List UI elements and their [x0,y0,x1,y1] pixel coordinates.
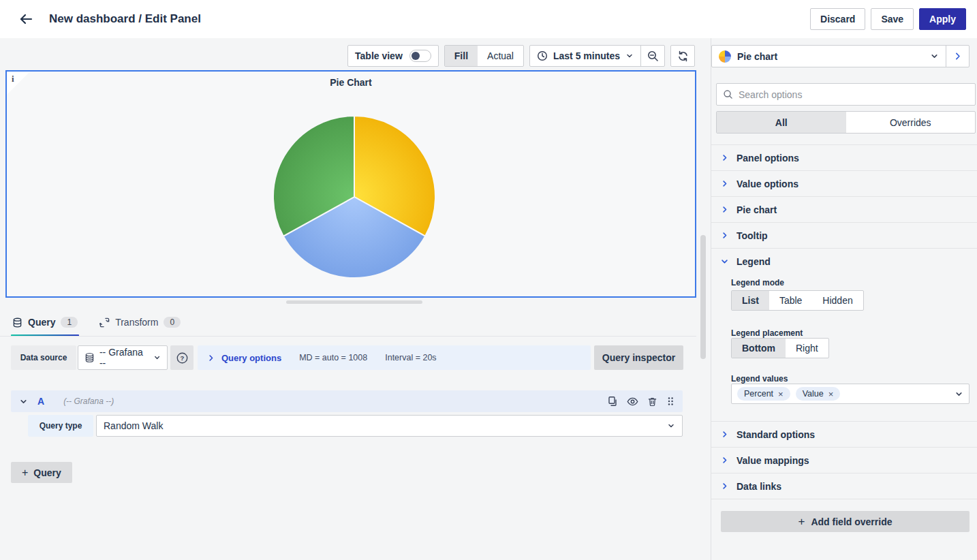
query-count-badge: 1 [61,317,78,328]
zoom-out-button[interactable] [641,46,664,66]
svg-text:?: ? [180,354,184,361]
datasource-select[interactable]: -- Grafana -- [78,345,168,370]
max-datapoints-value: MD = auto = 1008 [299,353,367,362]
duplicate-query-button[interactable] [607,396,618,407]
visualization-picker: Pie chart [711,45,970,67]
legend-mode-list[interactable]: List [732,291,769,310]
datasource-help-button[interactable]: ? [170,345,193,370]
query-ref-id[interactable]: A [37,396,44,407]
chevron-down-icon [19,397,28,406]
section-pie-chart[interactable]: Pie chart [711,196,977,222]
interval-value: Interval = 20s [385,353,436,362]
tab-transform-label: Transform [115,317,158,328]
chevron-right-icon [207,354,215,362]
table-view-label: Table view [355,50,403,61]
chevron-down-icon [721,258,728,265]
edited-panel[interactable]: i Pie Chart [5,70,696,298]
time-range-picker[interactable]: Last 5 minutes [530,50,640,61]
query-options-strip: Query options MD = auto = 1008 Interval … [198,345,591,370]
plus-icon: + [798,515,805,529]
remove-value-icon[interactable]: × [828,390,834,399]
legend-mode-segmented: List Table Hidden [731,290,864,311]
transform-icon [99,317,110,328]
section-value-options[interactable]: Value options [711,170,977,196]
chevron-right-icon [721,431,728,438]
section-legend[interactable]: Legend [711,248,977,274]
grafana-edit-panel: New dashboard / Edit Panel Discard Save … [0,0,977,560]
plus-icon: + [22,467,28,479]
tab-query-label: Query [28,317,55,328]
query-type-row: Query type Random Walk [28,415,683,437]
trash-icon [647,396,657,407]
top-bar: New dashboard / Edit Panel Discard Save … [0,0,977,38]
section-label: Panel options [736,153,799,164]
save-button[interactable]: Save [871,8,914,30]
vertical-scrollbar[interactable] [700,235,706,359]
topbar-actions: Discard Save Apply [810,8,966,30]
legend-placement-label: Legend placement [731,328,803,338]
options-sidebar: Pie chart All Overrides Panel options Va… [711,38,977,560]
add-field-override-button[interactable]: + Add field override [721,511,970,532]
legend-mode-hidden[interactable]: Hidden [812,291,863,310]
query-inspector-button[interactable]: Query inspector [594,345,683,370]
section-label: Legend [736,256,771,267]
legend-placement-bottom[interactable]: Bottom [732,339,786,358]
drag-handle[interactable] [666,396,674,406]
collapse-query-chevron[interactable] [19,397,28,406]
query-datasource-hint: (-- Grafana --) [63,396,114,406]
section-tooltip[interactable]: Tooltip [711,222,977,248]
chevron-down-icon [153,354,161,362]
chevron-down-icon [667,422,675,430]
tabs-divider [0,336,696,337]
query-editor-tabs: Query 1 Transform 0 [11,313,182,335]
datasource-row: Data source -- Grafana -- ? Query option… [11,345,683,370]
eye-icon [627,396,638,407]
section-label: Pie chart [736,204,777,215]
section-standard-options[interactable]: Standard options [711,421,977,447]
discard-button[interactable]: Discard [810,8,865,30]
add-field-override-label: Add field override [811,516,892,527]
search-options-input[interactable] [739,89,969,100]
back-button[interactable] [15,8,37,30]
hide-query-button[interactable] [627,396,638,407]
refresh-icon [677,50,689,62]
chevron-right-icon [721,456,728,464]
remove-percent-icon[interactable]: × [778,390,784,399]
fill-option[interactable]: Fill [445,46,478,66]
time-range-group: Last 5 minutes [529,45,665,67]
add-query-button[interactable]: + Query [11,462,72,483]
refresh-button[interactable] [670,45,695,67]
remove-query-button[interactable] [647,396,657,407]
section-value-mappings[interactable]: Value mappings [711,447,977,473]
legend-values-label: Legend values [731,374,788,384]
datasource-label: Data source [11,345,76,370]
apply-button[interactable]: Apply [919,8,966,30]
section-data-links[interactable]: Data links [711,473,977,499]
chevron-right-icon [953,52,962,61]
collapse-pane-button[interactable] [946,46,969,67]
tab-transform[interactable]: Transform 0 [98,313,182,335]
toggle-knob [412,52,420,60]
tab-query[interactable]: Query 1 [11,313,79,335]
datasource-value: -- Grafana -- [99,347,149,369]
legend-placement-right[interactable]: Right [786,339,828,358]
section-panel-options[interactable]: Panel options [711,144,977,170]
sidebar-divider [711,499,977,499]
tab-all[interactable]: All [717,112,846,133]
add-query-label: Query [33,467,61,478]
legend-mode-label: Legend mode [731,278,784,287]
tab-overrides[interactable]: Overrides [846,112,976,133]
visualization-name: Pie chart [737,51,777,62]
copy-icon [607,396,618,407]
panel-resize-handle[interactable] [286,300,422,304]
chevron-right-icon [721,482,728,490]
chevron-down-icon [955,390,963,399]
zoom-out-icon [647,50,659,62]
visualization-select[interactable]: Pie chart [712,46,946,67]
legend-mode-table[interactable]: Table [769,291,812,310]
legend-values-select[interactable]: Percent × Value × [731,384,970,404]
query-options-toggle[interactable]: Query options [207,353,281,363]
query-type-select[interactable]: Random Walk [96,415,683,437]
actual-option[interactable]: Actual [478,46,523,66]
table-view-toggle[interactable] [409,50,431,62]
